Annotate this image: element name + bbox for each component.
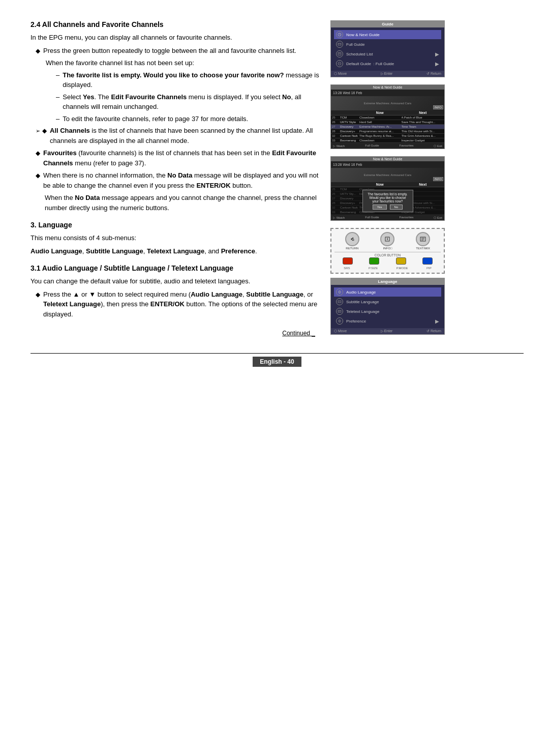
svg-point-24 <box>339 321 340 322</box>
audio-lang-bold: Audio Language <box>191 290 242 298</box>
section-3-intro: This menu consists of 4 sub-menus: <box>30 233 320 243</box>
section-3-items: Audio Language, Subtitle Language, Telet… <box>30 246 320 256</box>
footer-badge: English - 40 <box>253 357 301 367</box>
lang-icon-0 <box>336 288 343 296</box>
remote-mockup: RETURN INFO□ TEXT/MIX COLOR BUTTON <box>330 228 445 274</box>
svg-rect-1 <box>338 43 341 45</box>
nng1-row-4: 32 Cartoon Nwk The Bugs Bunny & Rea... T… <box>331 134 444 138</box>
nng2-info-badge: INFO <box>433 177 443 181</box>
lang-nav-move: ⬡ Move <box>334 329 347 333</box>
guide-title: Guide <box>331 21 444 27</box>
bullet-4-enterok: ENTER/OK <box>196 182 230 189</box>
nng2-preview: Extreme Machines: Armoured Cars INFO <box>331 168 444 182</box>
remote-return-btn[interactable] <box>345 232 359 246</box>
remote-info-label: INFO□ <box>380 247 394 250</box>
guide-item-2-label: Scheduled List <box>346 52 373 56</box>
bullet-4-text: When there is no channel information, th… <box>43 170 320 190</box>
remote-bottom-labels: SRS P.SIZE P.MODE PIP <box>334 267 441 270</box>
subtitle-lang-bold: Subtitle Language <box>246 290 303 298</box>
nng2-bottom-bar: ▷ Watch Full Guide Favourites ⬡ Exit <box>331 215 444 220</box>
continued-text: Continued _ <box>282 330 315 337</box>
lang-item-0-label: Audio Language <box>346 290 376 295</box>
language-screen: Language Audio Language Subtitle Languag… <box>330 278 445 335</box>
bullet-4-extra: When the No Data message appears and you… <box>45 193 320 213</box>
nng1-preview: Extreme Machines: Armoured Cars INFO <box>331 96 444 110</box>
lang-icon-3 <box>336 317 343 325</box>
svg-point-10 <box>387 238 388 238</box>
dash-icon-3: – <box>56 114 59 124</box>
nng2-popup-text: The favourites list is empty. Would you … <box>366 192 410 203</box>
nng1-row-5: 33 Boomerang Closedown Inspector Gadget <box>331 138 444 143</box>
lang-menu: Audio Language Subtitle Language Teletex… <box>331 285 444 328</box>
sub-heading-text: When the favorite channel list has not b… <box>46 58 320 68</box>
nng-screen-1: Now & Next Guide 13:28 Wed 16 Feb Extrem… <box>330 84 445 149</box>
sub-bullet-2-text: Select Yes. The Edit Favourite Channels … <box>63 92 320 112</box>
sub-heading-block: When the favorite channel list has not b… <box>46 58 320 124</box>
guide-item-3-arrow: ▶ <box>435 61 439 67</box>
remote-top-row: RETURN INFO□ TEXT/MIX <box>334 232 441 250</box>
guide-item-0-label: Now & Next Guide <box>346 33 380 37</box>
lang-item-subtitle: Subtitle Language <box>334 297 441 306</box>
dash-icon-2: – <box>56 92 59 102</box>
nng2-yes-button[interactable]: Yes <box>373 205 387 210</box>
nng2-next-header: Next <box>402 182 445 187</box>
guide-item-now-next: Now & Next Guide <box>334 30 441 39</box>
sub-heading-label: When the favorite channel list has not b… <box>46 59 194 67</box>
diamond-icon-31-1: ◆ <box>36 290 40 299</box>
sub-bullet-2-no: No <box>282 93 291 101</box>
remote-textmix-btn[interactable] <box>416 232 430 246</box>
sub-bullet-2-yes: Yes <box>83 93 94 101</box>
nng2-exit: ⬡ Exit <box>434 216 442 219</box>
guide-item-3-label: Default Guide : Full Guide <box>346 62 394 66</box>
remote-green-btn[interactable] <box>369 257 379 265</box>
guide-nav-move: ⬡ Move <box>334 72 347 76</box>
lang-title: Language <box>331 278 444 285</box>
bullet-2: ➢ ◆ All Channels is the list of channels… <box>36 126 320 146</box>
nng2-title-text: Now & Next Guide <box>373 157 403 161</box>
diamond-icon-2: ◆ <box>42 126 47 135</box>
sub-bullet-1: – The favorite list is empty. Would you … <box>56 70 320 90</box>
section-3-teletext: Teletext Language <box>147 247 204 255</box>
nng2-popup-container: The favourites list is empty. Would you … <box>331 187 444 215</box>
bullet-3: ◆ Favourites (favourite channels) is the… <box>36 148 320 168</box>
bullet-4-nodata: No Data <box>167 171 192 179</box>
remote-yellow-btn[interactable] <box>396 257 406 265</box>
nng1-row-0: 25 TCM Closedown A Patch of Blue <box>331 115 444 120</box>
bullet-1-text: Press the green button repeatedly to tog… <box>43 46 296 56</box>
nng2-popup-buttons: Yes No <box>366 205 410 210</box>
lang-nav-enter: ▷ Enter <box>381 329 393 333</box>
nng2-popup-dialog: The favourites list is empty. Would you … <box>362 190 413 212</box>
nng2-no-button[interactable]: No <box>390 205 403 210</box>
nng1-info-badge: INFO <box>433 105 443 109</box>
page-content: 2.4 All Channels and Favorite Channels I… <box>30 20 524 338</box>
lang-item-3-label: Preference <box>346 319 366 324</box>
lang-item-audio: Audio Language <box>334 287 441 297</box>
remote-return-group: RETURN <box>345 232 359 250</box>
guide-icon-2 <box>336 50 343 57</box>
guide-item-scheduled: Scheduled List ▶ <box>334 49 441 59</box>
nng2-channel-area: 25 TCM Closedown 26 UKTV Sty... Hard Sel… <box>331 187 444 215</box>
section-3-preference: Preference <box>221 247 255 255</box>
nng2-title: Now & Next Guide <box>331 157 444 161</box>
guide-nav-return: ↺ Return <box>426 72 441 76</box>
guide-icon-3 <box>336 60 343 67</box>
lang-item-1-label: Subtitle Language <box>346 300 379 304</box>
nng2-preview-img: Extreme Machines: Armoured Cars <box>331 168 444 182</box>
remote-info-btn[interactable] <box>380 232 394 246</box>
bullet-3-favourites: Favourites <box>43 149 77 157</box>
section-31-heading: 3.1 Audio Language / Subtitle Language /… <box>30 264 320 272</box>
section-31-bullet-1-text: Press the ▲ or ▼ button to select requir… <box>43 289 320 319</box>
lang-icon-1 <box>336 298 343 305</box>
remote-color-row <box>334 257 441 265</box>
section-24-intro: In the EPG menu, you can display all cha… <box>30 33 320 43</box>
remote-blue-btn[interactable] <box>422 257 433 265</box>
nng1-row-3: 28 Discovery+ Programmes resume at... Th… <box>331 129 444 134</box>
section-31-bullet-1: ◆ Press the ▲ or ▼ button to select requ… <box>36 289 320 319</box>
guide-item-1-label: Full Guide <box>346 42 364 47</box>
nng2-now-header: Now <box>358 182 402 187</box>
triangle-icon: ➢ <box>36 127 40 135</box>
sub-bullet-1-text: The favorite list is empty. Would you li… <box>63 70 320 90</box>
remote-return-label: RETURN <box>345 247 359 250</box>
section-24-bullets: ◆ Press the green button repeatedly to t… <box>36 46 320 213</box>
remote-red-btn[interactable] <box>343 257 353 265</box>
